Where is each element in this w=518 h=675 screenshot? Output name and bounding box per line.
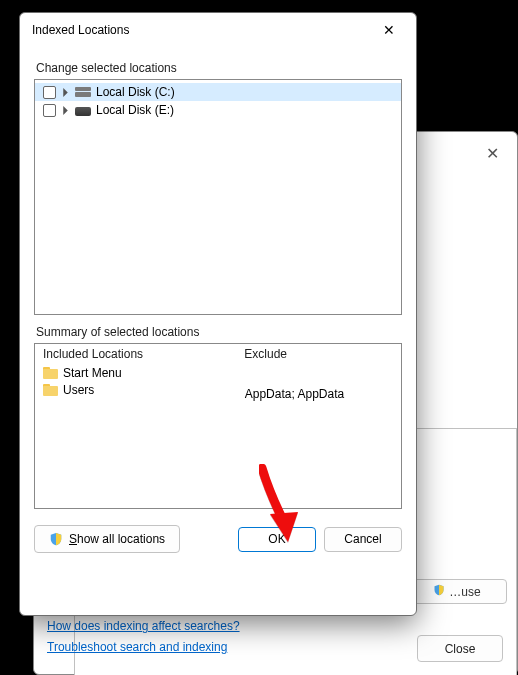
summary-box: Included Locations Exclude Start Menu Us… (34, 343, 402, 509)
locations-tree[interactable]: Local Disk (C:) Local Disk (E:) (34, 79, 402, 315)
chevron-right-icon[interactable] (61, 106, 70, 115)
parent-button-pause[interactable]: …use (407, 579, 507, 604)
folder-icon (43, 384, 58, 396)
parent-close-row: Close (417, 635, 503, 662)
tree-item-local-disk-c[interactable]: Local Disk (C:) (35, 83, 401, 101)
exclude-list[interactable]: AppData; AppData (237, 366, 401, 508)
summary-content: Start Menu Users AppData; AppData (35, 366, 401, 508)
exclude-header: Exclude (236, 344, 401, 366)
folder-icon (43, 367, 58, 379)
checkbox[interactable] (43, 104, 56, 117)
show-all-label: Show all locations (69, 532, 165, 546)
dialog-close-button[interactable]: ✕ (368, 16, 410, 44)
indexed-locations-dialog: Indexed Locations ✕ Change selected loca… (19, 12, 417, 616)
ok-button[interactable]: OK (238, 527, 316, 552)
list-item-label: Start Menu (63, 366, 122, 380)
change-locations-label: Change selected locations (36, 61, 402, 75)
dialog-title: Indexed Locations (32, 23, 129, 37)
cancel-button[interactable]: Cancel (324, 527, 402, 552)
exclude-text: AppData; AppData (245, 387, 393, 401)
shield-icon (433, 584, 445, 599)
close-icon: ✕ (486, 146, 499, 162)
tree-item-label: Local Disk (E:) (96, 103, 174, 117)
tree-item-label: Local Disk (C:) (96, 85, 175, 99)
dialog-button-row: Show all locations OK Cancel (34, 525, 402, 553)
shield-icon (49, 532, 63, 546)
included-item-start-menu[interactable]: Start Menu (43, 366, 228, 380)
link-troubleshoot-indexing[interactable]: Troubleshoot search and indexing (47, 640, 240, 654)
disk-icon (75, 86, 91, 98)
included-list[interactable]: Start Menu Users (35, 366, 236, 508)
included-header: Included Locations (35, 344, 236, 366)
included-item-users[interactable]: Users (43, 383, 228, 397)
close-icon: ✕ (383, 23, 395, 37)
summary-label: Summary of selected locations (36, 325, 402, 339)
title-bar: Indexed Locations ✕ (20, 13, 416, 47)
dialog-body: Change selected locations Local Disk (C:… (20, 47, 416, 615)
list-item-label: Users (63, 383, 94, 397)
summary-header: Included Locations Exclude (35, 344, 401, 366)
show-all-locations-button[interactable]: Show all locations (34, 525, 180, 553)
parent-close-button[interactable]: ✕ (475, 140, 509, 168)
link-how-indexing-affects[interactable]: How does indexing affect searches? (47, 619, 240, 633)
disk-icon (75, 107, 91, 116)
tree-item-local-disk-e[interactable]: Local Disk (E:) (35, 101, 401, 119)
checkbox[interactable] (43, 86, 56, 99)
parent-close-button-bottom[interactable]: Close (417, 635, 503, 662)
chevron-right-icon[interactable] (61, 88, 70, 97)
help-links: How does indexing affect searches? Troub… (47, 619, 240, 654)
